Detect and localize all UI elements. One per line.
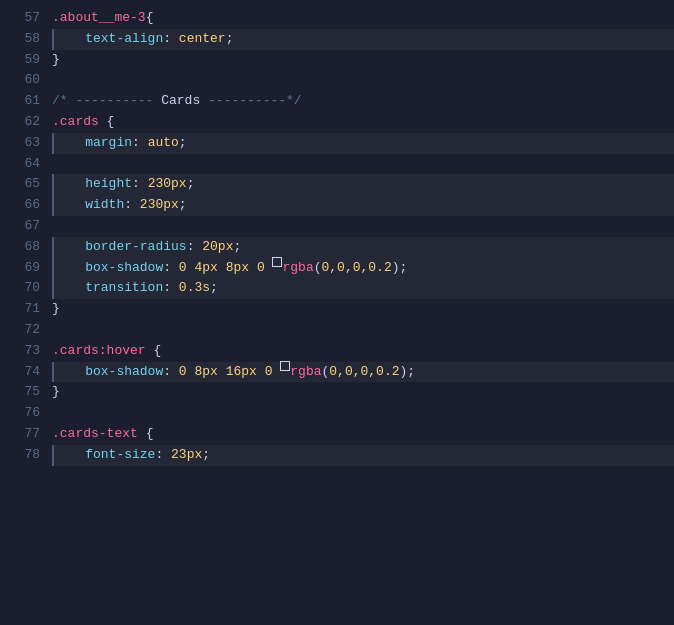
token-selector: .cards	[52, 112, 99, 133]
token-property: font-size	[54, 445, 155, 466]
token-semi: ;	[233, 237, 241, 258]
token-colon: :	[132, 174, 148, 195]
token-rgba-paren: (	[322, 362, 330, 383]
token-semi: ;	[210, 278, 218, 299]
token-property: text-align	[54, 29, 163, 50]
token-property: width	[54, 195, 124, 216]
token-rgba-vals: 0,0,0,0.2	[322, 258, 392, 279]
token-brace: {	[146, 341, 162, 362]
code-line-61: /* ---------- Cards ----------*/	[52, 91, 674, 112]
code-line-62: .cards {	[52, 112, 674, 133]
code-line-75: }	[52, 382, 674, 403]
token-semi: ;	[187, 174, 195, 195]
code-line-77: .cards-text {	[52, 424, 674, 445]
token-colon: :	[187, 237, 203, 258]
code-line-63: margin: auto;	[52, 133, 674, 154]
token-value-8px: 8px	[194, 362, 225, 383]
token-semi: ;	[202, 445, 210, 466]
token-value-16px: 16px	[226, 362, 265, 383]
line-num-72: 72	[8, 320, 40, 341]
token-brace: }	[52, 299, 60, 320]
code-line-76	[52, 403, 674, 424]
line-num-59: 59	[8, 50, 40, 71]
token-value-4px: 4px	[194, 258, 225, 279]
token-value-8px: 8px	[226, 258, 257, 279]
line-num-70: 70	[8, 278, 40, 299]
code-line-64	[52, 154, 674, 175]
token-property: box-shadow	[54, 258, 163, 279]
line-num-68: 68	[8, 237, 40, 258]
token-rgba-close: )	[392, 258, 400, 279]
code-line-71: }	[52, 299, 674, 320]
token-value: 230px	[140, 195, 179, 216]
line-num-67: 67	[8, 216, 40, 237]
token-pseudo: :hover	[99, 341, 146, 362]
line-num-61: 61	[8, 91, 40, 112]
token-semi: ;	[407, 362, 415, 383]
line-num-76: 76	[8, 403, 40, 424]
token-value-0b: 0	[265, 362, 281, 383]
code-line-58: text-align: center;	[52, 29, 674, 50]
code-line-67	[52, 216, 674, 237]
line-num-73: 73	[8, 341, 40, 362]
token-colon: :	[163, 362, 179, 383]
token-property: box-shadow	[54, 362, 163, 383]
token-colon: :	[124, 195, 140, 216]
line-num-63: 63	[8, 133, 40, 154]
color-swatch-74	[280, 361, 290, 371]
line-num-64: 64	[8, 154, 40, 175]
token-value: 20px	[202, 237, 233, 258]
token-brace: }	[52, 50, 60, 71]
line-num-69: 69	[8, 258, 40, 279]
token-property: border-radius	[54, 237, 187, 258]
token-colon: :	[163, 258, 179, 279]
token-semi: ;	[226, 29, 234, 50]
token-semi: ;	[179, 195, 187, 216]
token-property: height	[54, 174, 132, 195]
token-value: center	[179, 29, 226, 50]
line-num-60: 60	[8, 70, 40, 91]
token-value: 23px	[171, 445, 202, 466]
code-line-78: font-size: 23px;	[52, 445, 674, 466]
token-value: 0.3s	[179, 278, 210, 299]
token-selector: .about__me-3	[52, 8, 146, 29]
token-semi: ;	[400, 258, 408, 279]
token-brace: {	[99, 112, 115, 133]
color-swatch-69	[272, 257, 282, 267]
token-rgba-vals: 0,0,0,0.2	[329, 362, 399, 383]
code-line-59: }	[52, 50, 674, 71]
line-num-66: 66	[8, 195, 40, 216]
line-num-58: 58	[8, 29, 40, 50]
code-line-60	[52, 70, 674, 91]
line-num-75: 75	[8, 382, 40, 403]
token-brace: {	[138, 424, 154, 445]
code-line-72	[52, 320, 674, 341]
token-rgba-fn: rgba	[290, 362, 321, 383]
line-num-62: 62	[8, 112, 40, 133]
token-value-0b: 0	[257, 258, 273, 279]
token-colon: :	[163, 278, 179, 299]
token-comment-start: /* ----------	[52, 91, 161, 112]
code-line-73: .cards:hover {	[52, 341, 674, 362]
line-num-74: 74	[8, 362, 40, 383]
token-comment-cards: Cards	[161, 91, 200, 112]
code-line-65: height: 230px;	[52, 174, 674, 195]
line-num-57: 57	[8, 8, 40, 29]
code-editor: 57 58 59 60 61 62 63 64 65 66 67 68 69 7…	[0, 0, 674, 625]
code-content: .about__me-3{ text-align: center; } /* -…	[52, 0, 674, 625]
code-line-57: .about__me-3{	[52, 8, 674, 29]
token-rgba-paren: (	[314, 258, 322, 279]
token-value-0: 0	[179, 362, 195, 383]
code-line-66: width: 230px;	[52, 195, 674, 216]
token-brace: {	[146, 8, 154, 29]
line-num-77: 77	[8, 424, 40, 445]
token-selector: .cards-text	[52, 424, 138, 445]
code-line-74: box-shadow: 0 8px 16px 0 rgba(0,0,0,0.2)…	[52, 362, 674, 383]
line-num-71: 71	[8, 299, 40, 320]
token-colon: :	[163, 29, 179, 50]
token-rgba-fn: rgba	[282, 258, 313, 279]
line-num-65: 65	[8, 174, 40, 195]
token-selector: .cards	[52, 341, 99, 362]
token-property: transition	[54, 278, 163, 299]
token-colon: :	[155, 445, 171, 466]
